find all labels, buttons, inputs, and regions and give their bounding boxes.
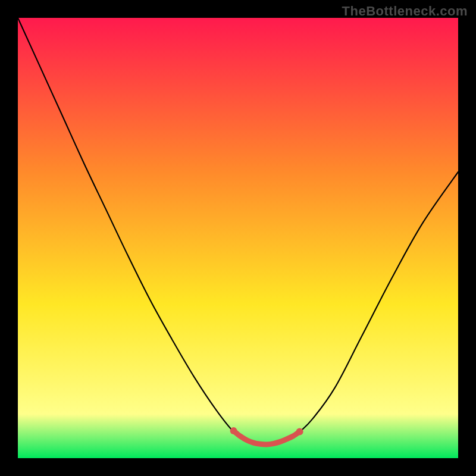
marker-endpoint [230,427,237,434]
plot-background [18,18,458,458]
chart-plot [18,18,458,458]
chart-svg [18,18,458,458]
chart-frame: TheBottleneck.com [0,0,476,476]
watermark-text: TheBottleneck.com [342,4,468,19]
marker-endpoint [296,428,303,436]
